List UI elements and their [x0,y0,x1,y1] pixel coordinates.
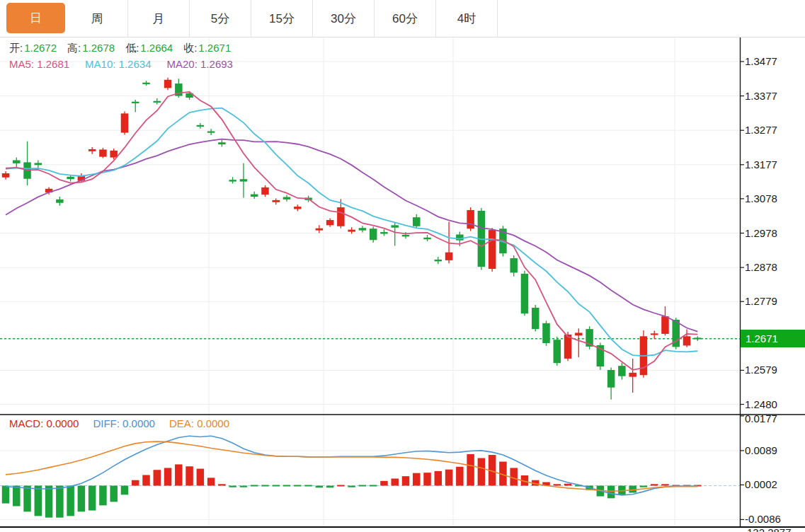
macd-bar [640,486,648,487]
price-axis-tick-label: 1.3177 [745,158,777,170]
candle-body [629,373,636,377]
tab-label: 日 [30,10,42,26]
low-value: 低:1.2664 [125,42,173,55]
candle-body [423,238,431,239]
macd-bar [283,485,291,487]
macd-bar [185,466,193,485]
candle-body [510,258,518,272]
chart-canvas[interactable] [0,0,805,532]
candle-body [618,366,626,376]
candle-body [229,180,236,181]
price-axis-tick-label: 1.2878 [745,261,777,273]
candle-body [402,235,410,236]
price-axis-tick-label: 1.3477 [745,55,777,67]
price-axis-tick-label: 1.2978 [745,227,777,239]
price-axis-tick-label: 1.3377 [745,90,777,102]
macd-bar [35,486,42,516]
current-price-label: 1.2671 [741,330,805,347]
candle-body [337,207,345,226]
candle-body [694,337,702,339]
candle-body [240,179,248,181]
candle-body [467,210,474,229]
high-value: 高:1.2678 [67,42,115,55]
tabbar-spacer [498,0,805,37]
diff-value: DIFF: 0.0000 [93,417,155,429]
macd-bar [456,467,464,486]
macd-bar [370,485,377,487]
macd-bar [316,486,324,488]
tab-4hour[interactable]: 4时 [436,0,498,37]
candle-body [261,187,269,195]
macd-bar [13,486,21,507]
candle-body [99,149,107,156]
macd-bar [554,484,561,485]
macd-bar [413,473,421,486]
candle-body [489,230,496,269]
close-value: 收:1.2671 [183,42,231,55]
tab-label: 周 [91,11,103,27]
ma20-value: MA20: 1.2693 [167,58,233,70]
reference-lines [0,339,740,486]
candle-body [316,229,324,231]
candle-body [2,173,10,178]
macd-bar [229,486,236,487]
tab-30min[interactable]: 30分 [313,0,375,37]
candle-body [380,232,388,233]
candle-body [207,132,215,133]
macd-bar [348,486,355,487]
candle-body [164,80,172,88]
macd-bar [391,478,399,485]
candle-body [273,200,280,202]
candle-body [294,207,302,209]
tab-5min[interactable]: 5分 [190,0,251,37]
macd-bar [164,468,172,485]
tab-60min[interactable]: 60分 [375,0,436,37]
price-axis-tick-label: 1.2480 [745,398,777,410]
tab-label: 30分 [331,11,356,27]
macd-axis-tick-label: -0.0086 [745,513,781,525]
ma10-value: MA10: 1.2634 [85,58,151,70]
macd-bar [132,480,139,486]
candle-body [607,370,615,388]
macd-axis-tick-label: 0.0089 [745,444,777,456]
candles-layer [2,78,702,400]
candle-body [391,225,399,227]
candle-body [413,217,421,226]
dea-line [6,441,697,491]
macd-bar [23,486,31,512]
tab-week[interactable]: 周 [67,0,128,37]
candle-body [651,333,658,335]
macd-axis-tick-label: 0.0002 [745,478,777,490]
ma-legend: MA5: 1.2681 MA10: 1.2634 MA20: 1.2693 [9,58,233,70]
macd-bar [218,484,226,485]
tab-label: 15分 [269,11,295,27]
candle-body [683,336,691,345]
macd-bar [2,486,10,504]
macd-bar [67,486,74,516]
macd-bar [607,486,615,499]
macd-bar [251,485,258,487]
macd-bar [445,470,453,486]
macd-bar [359,485,367,487]
macd-bar [56,486,64,518]
macd-bar [564,484,572,486]
candle-body [456,234,464,240]
macd-bar [435,471,443,486]
candle-body [435,260,443,261]
candle-body [575,332,583,335]
candle-body [521,274,529,313]
macd-bar [89,486,96,511]
tab-month[interactable]: 月 [128,0,190,37]
macd-axis-tick-label: 0.0177 [745,412,777,424]
macd-bar [304,485,312,487]
gridlines [0,37,740,527]
tab-day[interactable]: 日 [6,3,65,33]
price-axis-tick-label: 1.2779 [745,295,777,307]
tab-15min[interactable]: 15分 [251,0,313,37]
ma20-line [6,139,697,332]
candle-body [251,195,258,197]
macd-bar [380,481,388,486]
tab-label: 4时 [457,11,476,27]
candle-body [142,83,150,84]
macd-bar [423,473,431,485]
